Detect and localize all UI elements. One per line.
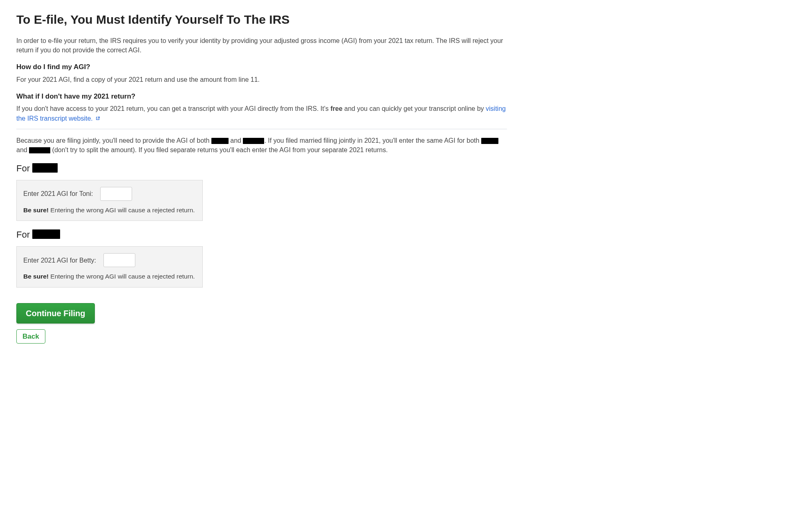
redacted-name	[32, 163, 58, 173]
joint-seg-3: . If you filed married filing jointly in…	[264, 137, 481, 144]
redacted-name	[481, 138, 498, 144]
warn-rest: Entering the wrong AGI will cause a reje…	[49, 273, 195, 280]
person1-agi-label: Enter 2021 AGI for Toni:	[23, 189, 93, 198]
person1-panel: Enter 2021 AGI for Toni: Be sure! Enteri…	[16, 180, 203, 221]
for-label: For	[16, 163, 30, 173]
person2-agi-input[interactable]	[103, 253, 135, 267]
continue-filing-button[interactable]: Continue Filing	[16, 303, 95, 324]
person2-agi-label: Enter 2021 AGI for Betty:	[23, 256, 96, 265]
joint-filing-text: Because you are filing jointly, you'll n…	[16, 136, 507, 155]
person2-warning: Be sure! Entering the wrong AGI will cau…	[23, 272, 196, 281]
joint-seg-5: (don't try to split the amount). If you …	[50, 146, 388, 153]
warn-bold: Be sure!	[23, 207, 49, 214]
no-return-mid: and you can quickly get your transcript …	[343, 105, 486, 112]
redacted-name	[243, 138, 264, 144]
find-agi-body: For your 2021 AGI, find a copy of your 2…	[16, 75, 507, 84]
no-return-body: If you don't have access to your 2021 re…	[16, 104, 507, 123]
redacted-name	[211, 138, 229, 144]
joint-seg-2: and	[229, 137, 243, 144]
person2-panel: Enter 2021 AGI for Betty: Be sure! Enter…	[16, 246, 203, 287]
warn-bold: Be sure!	[23, 273, 49, 280]
back-button[interactable]: Back	[16, 329, 45, 344]
joint-seg-1: Because you are filing jointly, you'll n…	[16, 137, 211, 144]
redacted-name	[29, 147, 50, 153]
warn-rest: Entering the wrong AGI will cause a reje…	[49, 207, 195, 214]
no-return-prefix: If you don't have access to your 2021 re…	[16, 105, 330, 112]
no-return-heading: What if I don't have my 2021 return?	[16, 92, 507, 102]
external-link-icon	[96, 114, 100, 123]
joint-seg-4: and	[16, 146, 29, 153]
for-label: For	[16, 229, 30, 240]
divider	[16, 129, 507, 129]
intro-text: In order to e-file your return, the IRS …	[16, 36, 507, 55]
person1-agi-input[interactable]	[100, 187, 132, 201]
free-bold: free	[330, 105, 342, 112]
person1-warning: Be sure! Entering the wrong AGI will cau…	[23, 206, 196, 215]
redacted-name	[32, 229, 60, 239]
page-title: To E-file, You Must Identify Yourself To…	[16, 11, 507, 29]
find-agi-heading: How do I find my AGI?	[16, 62, 507, 72]
person1-heading: For	[16, 162, 507, 175]
person2-heading: For	[16, 228, 507, 241]
